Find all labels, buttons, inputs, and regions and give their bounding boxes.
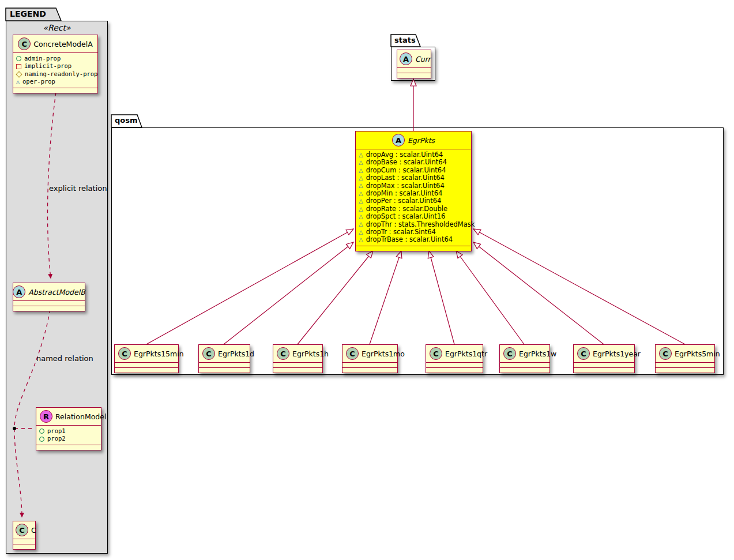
explicit-relation-label: explicit relation	[49, 184, 107, 193]
class-name: ConcreteModelA	[33, 40, 92, 48]
methods-compartment	[13, 544, 35, 549]
class-header: C EgrPkts1h	[273, 345, 322, 363]
property-label: admin-prop	[24, 55, 61, 62]
methods-compartment	[115, 367, 178, 373]
class-icon: C	[277, 347, 289, 360]
attributes-compartment	[656, 363, 714, 367]
class-name: EgrPkts1mo	[362, 349, 405, 358]
oper-prop-icon: △	[359, 214, 363, 220]
methods-compartment	[356, 246, 471, 251]
class-curr: A Curr	[397, 50, 431, 78]
property-row: △ oper-prop	[16, 78, 95, 85]
implicit-prop-icon	[16, 64, 21, 69]
class-egrpkts5min: C EgrPkts5min	[655, 344, 715, 373]
class-relationmodel-header: R RelationModel	[36, 408, 101, 426]
class-egrpkts-attributes: △dropAvg : scalar.Uint64 △dropBase : sca…	[356, 149, 471, 246]
property-label: prop2	[47, 435, 66, 442]
property-label: dropCum : scalar.Uint64	[366, 167, 446, 174]
relation-junction-dot	[13, 427, 16, 430]
class-name: EgrPkts1year	[593, 349, 641, 358]
property-label: naming-readonly-prop	[25, 70, 97, 78]
class-egrpkts1qtr: C EgrPkts1qtr	[426, 344, 483, 373]
class-header: C EgrPkts1d	[199, 345, 250, 363]
property-row: △dropMin : scalar.Uint64	[359, 190, 468, 197]
oper-prop-icon: △	[359, 160, 363, 166]
oper-prop-icon: △	[359, 183, 363, 189]
property-row: prop1	[39, 427, 98, 435]
property-row: △dropLast : scalar.Uint64	[359, 174, 468, 182]
class-icon: C	[118, 347, 131, 360]
property-row: △dropBase : scalar.Uint64	[359, 159, 468, 166]
admin-prop-icon	[39, 437, 44, 442]
class-icon: C	[18, 37, 31, 50]
edge-egrpkts1w	[456, 251, 524, 344]
methods-compartment	[397, 73, 431, 78]
class-name: EgrPkts1w	[519, 349, 556, 358]
methods-compartment	[426, 367, 483, 373]
class-name: RelationModel	[55, 412, 106, 421]
property-row: △dropPer : scalar.Uint64	[359, 197, 468, 205]
methods-compartment	[13, 306, 85, 311]
edge-egrpkts1qtr	[429, 251, 454, 344]
attributes-compartment	[397, 68, 431, 73]
attributes-compartment	[115, 363, 178, 367]
methods-compartment	[500, 367, 549, 373]
class-icon: C	[16, 524, 28, 536]
class-icon: C	[659, 347, 672, 360]
abstract-class-icon: A	[13, 285, 25, 298]
qosm-package-title: qosm	[115, 116, 138, 125]
class-egrpkts-header: A EgrPkts	[356, 131, 471, 149]
oper-prop-icon: △	[359, 168, 363, 174]
property-row: △dropAvg : scalar.Uint64	[359, 151, 468, 159]
methods-compartment	[199, 367, 250, 373]
oper-prop-icon: △	[359, 152, 363, 158]
named-relation-label: named relation	[36, 354, 93, 363]
attributes-compartment	[13, 301, 85, 306]
edge-egrpkts15min	[146, 229, 353, 344]
property-row: admin-prop	[16, 55, 95, 62]
class-icon: C	[202, 347, 215, 360]
attributes-compartment	[273, 363, 322, 367]
property-row: △dropRate : scalar.Double	[359, 205, 468, 213]
class-header: C EgrPkts15min	[115, 345, 178, 363]
class-name: EgrPkts1d	[218, 349, 254, 358]
property-row: implicit-prop	[16, 62, 95, 70]
property-label: oper-prop	[22, 78, 55, 85]
methods-compartment	[36, 445, 101, 450]
class-header: C EgrPkts1year	[574, 345, 634, 363]
property-row: naming-readonly-prop	[16, 70, 95, 78]
oper-prop-icon: △	[359, 175, 363, 181]
property-label: dropTr : scalar.Sint64	[366, 228, 436, 236]
class-egrpkts1year: C EgrPkts1year	[573, 344, 635, 373]
class-egrpkts1h: C EgrPkts1h	[273, 344, 323, 373]
admin-prop-icon	[39, 429, 44, 434]
class-name: EgrPkts1h	[292, 349, 329, 358]
class-egrpkts1w: C EgrPkts1w	[499, 344, 550, 373]
class-abstractmodelb-header: A AbstractModelB	[13, 283, 85, 301]
property-row: △dropMax : scalar.Uint64	[359, 182, 468, 190]
property-label: dropThr : stats.ThresholdedMask	[366, 221, 475, 228]
class-concretemodela-attributes: admin-prop implicit-prop naming-readonly…	[13, 53, 97, 88]
property-label: dropMin : scalar.Uint64	[366, 190, 443, 197]
class-c: C C	[13, 521, 36, 550]
property-row: △dropTrBase : scalar.Uint64	[359, 236, 468, 243]
property-label: dropMax : scalar.Uint64	[366, 182, 445, 190]
attributes-compartment	[342, 363, 397, 367]
property-label: dropSpct : scalar.Uint16	[366, 213, 446, 220]
property-label: prop1	[47, 427, 66, 435]
property-label: dropAvg : scalar.Uint64	[366, 151, 443, 159]
class-concretemodela-header: C ConcreteModelA	[13, 35, 97, 53]
property-label: dropRate : scalar.Double	[366, 205, 447, 213]
class-curr-header: A Curr	[397, 50, 431, 68]
class-icon: C	[430, 347, 442, 360]
connectors-layer	[0, 0, 734, 560]
oper-prop-icon: △	[359, 230, 363, 235]
oper-prop-icon: △	[359, 221, 363, 227]
attributes-compartment	[500, 363, 549, 367]
abstract-class-icon: A	[392, 134, 405, 146]
class-name: EgrPkts	[408, 136, 435, 145]
relation-class-icon: R	[40, 410, 52, 423]
class-name: EgrPkts1qtr	[445, 349, 487, 358]
class-icon: C	[503, 347, 516, 360]
attributes-compartment	[199, 363, 250, 367]
